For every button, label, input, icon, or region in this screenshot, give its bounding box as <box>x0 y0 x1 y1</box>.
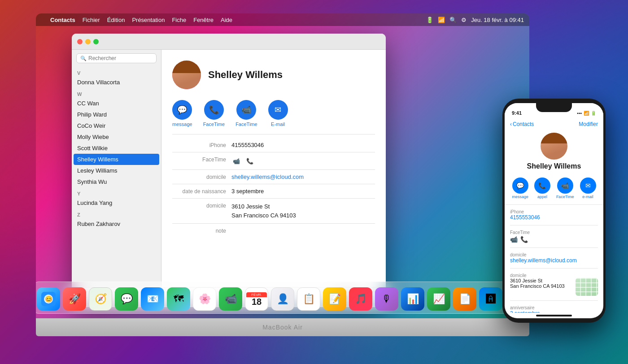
iphone-call-btn[interactable]: 📞 appel <box>534 178 550 199</box>
contact-philip-ward[interactable]: Philip Ward <box>72 109 161 120</box>
iphone-label-address: domicile <box>510 273 598 278</box>
contact-coco-weir[interactable]: CoCo Weir <box>72 120 161 131</box>
avatar <box>172 61 201 89</box>
app-name-menu[interactable]: Contacts <box>50 17 75 23</box>
menu-fiche[interactable]: Fiche <box>172 17 186 23</box>
iphone-field-facetime: FaceTime 📹 📞 <box>510 227 598 246</box>
facetime-audio-button[interactable]: 📞 FaceTime <box>203 100 225 127</box>
iphone-message-label: message <box>512 195 528 199</box>
dock-music[interactable]: 🎵 <box>349 287 372 311</box>
facetime-video-field-icon[interactable]: 📹 <box>231 156 241 166</box>
menu-fichier[interactable]: Fichier <box>83 17 100 23</box>
iphone-map-thumbnail[interactable] <box>576 278 598 296</box>
iphone-content[interactable]: iPhone 4155553046 FaceTime 📹 📞 domicile … <box>505 207 603 313</box>
control-center-icon[interactable]: ⚙ <box>461 17 467 23</box>
search-input[interactable] <box>88 55 153 61</box>
facetime-icons: 📹 📞 <box>231 156 255 166</box>
facetime-video-button[interactable]: 📹 FaceTime <box>236 100 257 127</box>
facetime-phone-icon: 📞 <box>204 100 224 120</box>
field-email: domicile shelley.willems@icloud.com <box>161 170 386 184</box>
iphone-message-btn[interactable]: 💬 message <box>512 178 528 199</box>
section-v: V <box>72 67 161 77</box>
dock-calendar[interactable]: FÉVR. 18 <box>245 287 268 311</box>
section-w: W <box>72 88 161 98</box>
menu-aide[interactable]: Aide <box>221 17 232 23</box>
facetime-phone-field-icon[interactable]: 📞 <box>245 156 255 166</box>
message-button[interactable]: 💬 message <box>172 100 192 127</box>
field-label-note: note <box>172 227 226 234</box>
field-value-iphone[interactable]: 4155553046 <box>231 142 375 148</box>
email-button[interactable]: ✉ E-mail <box>268 100 288 127</box>
iphone-divider-1 <box>505 204 603 205</box>
section-y: Y <box>72 187 161 197</box>
dock-safari[interactable]: 🧭 <box>89 287 112 311</box>
dock-reminders[interactable]: 📋 <box>297 287 320 311</box>
menu-edition[interactable]: Édition <box>107 17 125 23</box>
contact-lucinda-yang[interactable]: Lucinda Yang <box>72 197 161 208</box>
iphone-edit-button[interactable]: Modifier <box>579 121 598 127</box>
contact-cc-wan[interactable]: CC Wan <box>72 98 161 109</box>
iphone-avatar-hair <box>541 133 567 143</box>
contact-molly-wiebe[interactable]: Molly Wiebe <box>72 131 161 143</box>
field-label-domicile-email: domicile <box>172 173 226 180</box>
dock-facetime[interactable]: 📹 <box>219 287 242 311</box>
dock-appstore[interactable]: 🅰 <box>479 287 502 311</box>
dock-keynote[interactable]: 📊 <box>401 287 424 311</box>
dock-finder[interactable]: 😊 <box>37 287 60 311</box>
contact-lesley-williams[interactable]: Lesley Williams <box>72 165 161 176</box>
iphone-label-anniversary: anniversaire <box>510 305 598 310</box>
dock-podcasts[interactable]: 🎙 <box>375 287 398 311</box>
iphone-field-iphone: iPhone 4155553046 <box>510 207 598 223</box>
iphone-nav: ‹ Contacts Modifier <box>505 119 603 129</box>
iphone-divider-3 <box>510 247 598 248</box>
iphone-field-email: domicile shelley.willems@icloud.com <box>510 250 598 266</box>
contact-ruben-zakharov[interactable]: Ruben Zakharov <box>72 218 161 230</box>
minimize-button[interactable] <box>85 39 91 44</box>
zoom-button[interactable] <box>93 39 99 44</box>
menubar-datetime: Jeu. 18 févr. à 09:41 <box>471 17 524 23</box>
iphone-email-btn[interactable]: ✉ e-mail <box>580 178 596 199</box>
contacts-list[interactable]: V Donna Villacorta W CC Wan Philip Ward … <box>72 67 161 287</box>
search-input-wrap[interactable]: 🔍 <box>76 53 157 63</box>
dock-pages[interactable]: 📄 <box>453 287 476 311</box>
iphone-facetime-icon: 📹 <box>557 178 573 194</box>
contact-synthia-wu[interactable]: Synthia Wu <box>72 176 161 187</box>
iphone-value-email[interactable]: shelley.willems@icloud.com <box>510 257 598 264</box>
dock-notes[interactable]: 📝 <box>323 287 346 311</box>
field-label-domicile-address: domicile <box>172 202 226 209</box>
contact-shelley-willems[interactable]: Shelley Willems <box>74 154 159 165</box>
iphone-facetime-btn[interactable]: 📹 FaceTime <box>556 178 574 199</box>
dock-messages[interactable]: 💬 <box>115 287 138 311</box>
contact-scott-wilkie[interactable]: Scott Wilkie <box>72 143 161 154</box>
dock-photos[interactable]: 🌸 <box>193 287 216 311</box>
iphone-divider-2 <box>510 225 598 225</box>
menu-presentation[interactable]: Présentation <box>132 17 165 23</box>
close-button[interactable] <box>77 39 83 44</box>
iphone-value-address: 3610 Jessie StSan Francisco CA 94103 <box>510 278 565 289</box>
dock-mail[interactable]: 📧 <box>141 287 164 311</box>
action-buttons-row: 💬 message 📞 FaceTime 📹 FaceTime ✉ <box>161 96 386 134</box>
iphone-value-anniversary[interactable]: 3 septembre <box>510 310 598 313</box>
contact-donna-villacorta[interactable]: Donna Villacorta <box>72 77 161 88</box>
dock-launchpad[interactable]: 🚀 <box>63 287 86 311</box>
email-label: E-mail <box>271 121 285 127</box>
menu-fenetre[interactable]: Fenêtre <box>193 17 214 23</box>
field-iphone: iPhone 4155553046 <box>161 138 386 152</box>
iphone-value-iphone[interactable]: 4155553046 <box>510 214 598 221</box>
iphone-screen: 9:41 ▪▪▪ 📶 🔋 ‹ Contacts Modifier Shelley… <box>505 103 603 318</box>
iphone-facetime-video-icon[interactable]: 📹 <box>510 236 518 243</box>
iphone-back-button[interactable]: ‹ Contacts <box>510 121 534 127</box>
iphone-notch <box>536 103 572 112</box>
window-body: 🔍 V Donna Villacorta W CC Wan Philip War… <box>72 50 386 287</box>
dock-numbers[interactable]: 📈 <box>427 287 450 311</box>
field-value-email[interactable]: shelley.willems@icloud.com <box>231 173 375 180</box>
iphone-email-icon: ✉ <box>580 178 596 194</box>
dock-contacts-icon[interactable]: 👤 <box>271 287 294 311</box>
dock-maps[interactable]: 🗺 <box>167 287 190 311</box>
field-value-address[interactable]: 3610 Jessie StSan Francisco CA 94103 <box>231 202 375 220</box>
macbook-body: Contacts Fichier Édition Présentation Fi… <box>36 13 529 336</box>
email-icon: ✉ <box>268 100 288 120</box>
search-icon[interactable]: 🔍 <box>449 17 457 23</box>
iphone-facetime-phone-icon[interactable]: 📞 <box>520 236 528 243</box>
iphone-signal-icon: ▪▪▪ <box>577 111 582 116</box>
